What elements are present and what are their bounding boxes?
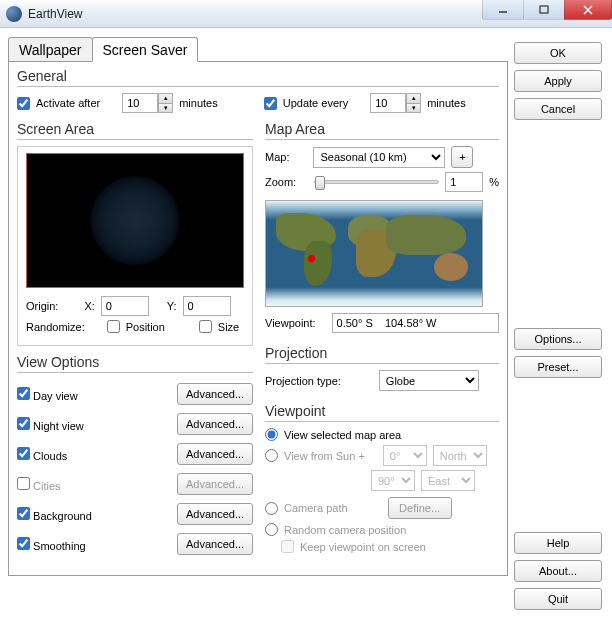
spin-down[interactable]: ▼ [158,103,173,114]
earth-preview [26,153,244,288]
spin-up-2[interactable]: ▲ [406,93,421,103]
origin-label: Origin: [26,300,58,312]
night-view-label: Night view [33,420,84,432]
app-icon [6,6,22,22]
clouds-checkbox[interactable] [17,447,30,460]
day-view-checkbox[interactable] [17,387,30,400]
minutes-label-1: minutes [179,97,218,109]
randomize-position-checkbox[interactable] [107,320,120,333]
viewpoint-marker-icon [308,255,315,262]
map-select[interactable]: Seasonal (10 km) [313,147,445,168]
preset-button[interactable]: Preset... [514,356,602,378]
activate-minutes-input[interactable] [122,93,158,113]
percent-label: % [489,176,499,188]
sun-deg2-select: 90° [371,470,415,491]
cities-checkbox[interactable] [17,477,30,490]
sun-dir2-select: East [421,470,475,491]
minimize-button[interactable] [482,0,524,20]
day-advanced-button[interactable]: Advanced... [177,383,253,405]
minutes-label-2: minutes [427,97,466,109]
tab-panel: General Activate after ▲▼ minutes Update… [8,61,508,576]
tab-wallpaper[interactable]: Wallpaper [8,37,93,62]
randomize-position-label: Position [126,321,165,333]
map-plus-button[interactable]: + [451,146,473,168]
projection-title: Projection [265,345,499,364]
window-title: EarthView [28,7,82,21]
cities-label: Cities [33,480,61,492]
camera-path-radio[interactable] [265,502,278,515]
sun-deg1-select: 0° [383,445,427,466]
night-advanced-button[interactable]: Advanced... [177,413,253,435]
svg-rect-1 [540,6,548,13]
view-from-sun-radio[interactable] [265,449,278,462]
zoom-input[interactable] [445,172,483,192]
randomize-size-checkbox[interactable] [199,320,212,333]
tab-screen-saver[interactable]: Screen Saver [92,37,199,62]
viewpoint-label: Viewpoint: [265,317,316,329]
randomize-label: Randomize: [26,321,85,333]
options-button[interactable]: Options... [514,328,602,350]
x-label: X: [84,300,94,312]
keep-viewpoint-checkbox [281,540,294,553]
update-minutes-input[interactable] [370,93,406,113]
cities-advanced-button: Advanced... [177,473,253,495]
update-every-checkbox[interactable] [264,97,277,110]
view-selected-radio[interactable] [265,428,278,441]
view-from-sun-label: View from Sun + [284,450,365,462]
zoom-slider[interactable] [314,180,439,184]
smoothing-advanced-button[interactable]: Advanced... [177,533,253,555]
define-button: Define... [388,497,452,519]
activate-after-checkbox[interactable] [17,97,30,110]
camera-path-label: Camera path [284,502,348,514]
about-button[interactable]: About... [514,560,602,582]
clouds-advanced-button[interactable]: Advanced... [177,443,253,465]
random-camera-label: Random camera position [284,524,406,536]
day-view-label: Day view [33,390,78,402]
map-area-title: Map Area [265,121,499,140]
viewpoint-input[interactable] [332,313,499,333]
update-every-label: Update every [283,97,348,109]
background-advanced-button[interactable]: Advanced... [177,503,253,525]
spin-down-2[interactable]: ▼ [406,103,421,114]
background-checkbox[interactable] [17,507,30,520]
random-camera-radio[interactable] [265,523,278,536]
screen-area-title: Screen Area [17,121,253,140]
cancel-button[interactable]: Cancel [514,98,602,120]
ok-button[interactable]: OK [514,42,602,64]
projection-type-label: Projection type: [265,375,341,387]
y-label: Y: [167,300,177,312]
general-title: General [17,68,499,87]
viewpoint-section-title: Viewpoint [265,403,499,422]
projection-type-select[interactable]: Globe [379,370,479,391]
quit-button[interactable]: Quit [514,588,602,610]
night-view-checkbox[interactable] [17,417,30,430]
maximize-button[interactable] [523,0,565,20]
apply-button[interactable]: Apply [514,70,602,92]
view-selected-label: View selected map area [284,429,401,441]
sun-dir1-select: North [433,445,487,466]
smoothing-checkbox[interactable] [17,537,30,550]
origin-x-input[interactable] [101,296,149,316]
title-bar: EarthView [0,0,612,28]
zoom-label: Zoom: [265,176,296,188]
randomize-size-label: Size [218,321,239,333]
spin-up[interactable]: ▲ [158,93,173,103]
clouds-label: Clouds [33,450,67,462]
close-button[interactable] [564,0,612,20]
help-button[interactable]: Help [514,532,602,554]
origin-y-input[interactable] [183,296,231,316]
map-label: Map: [265,151,289,163]
activate-after-label: Activate after [36,97,100,109]
keep-viewpoint-label: Keep viewpoint on screen [300,541,426,553]
smoothing-label: Smoothing [33,540,86,552]
background-label: Background [33,510,92,522]
world-map-preview[interactable] [265,200,483,307]
view-options-title: View Options [17,354,253,373]
